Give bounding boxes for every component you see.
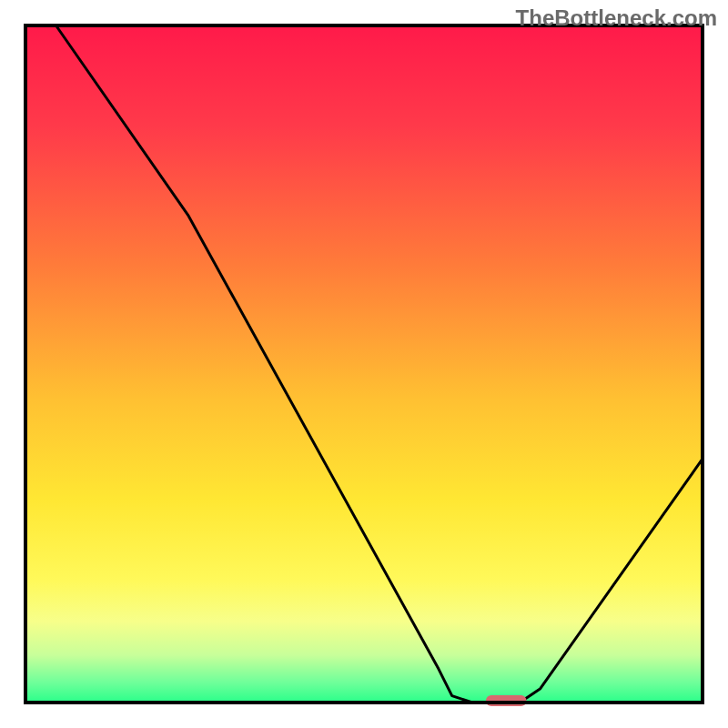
chart-svg — [0, 0, 728, 728]
watermark-text: TheBottleneck.com — [516, 5, 717, 31]
bottleneck-chart: TheBottleneck.com — [0, 0, 728, 728]
